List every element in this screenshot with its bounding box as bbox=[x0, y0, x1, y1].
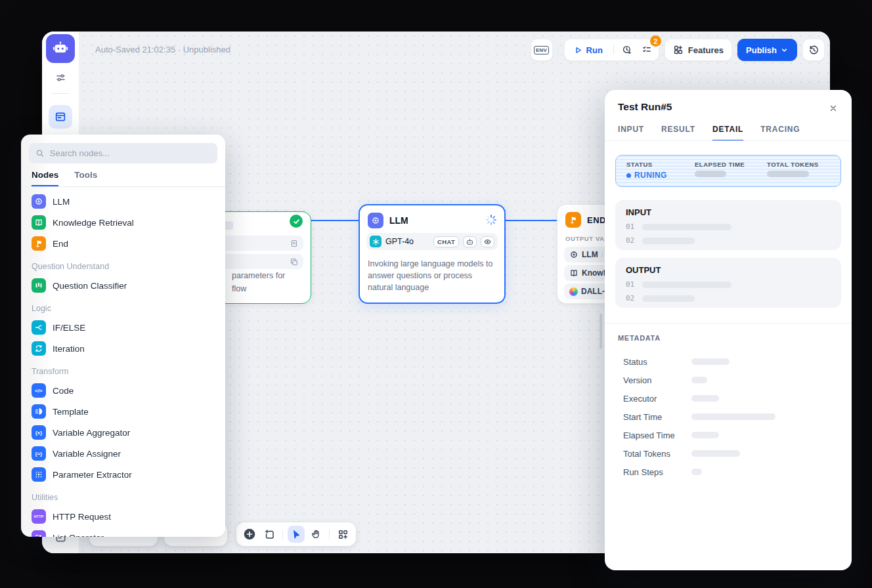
env-button[interactable]: ENV bbox=[531, 39, 553, 61]
node-item-label: Variable Assigner bbox=[53, 449, 121, 459]
variable-label: LLM bbox=[582, 250, 598, 259]
tab-tracing[interactable]: TRACING bbox=[760, 125, 800, 141]
start-node-description-line: parameters for bbox=[232, 271, 285, 280]
app-logo-robot-icon[interactable] bbox=[46, 34, 75, 63]
skeleton-bar bbox=[691, 469, 702, 475]
canvas-scrollbar[interactable] bbox=[600, 314, 602, 349]
node-item-http-request[interactable]: HTTPHTTP Request bbox=[26, 506, 220, 527]
node-item-label: Knowledge Retrieval bbox=[53, 218, 134, 228]
publish-button[interactable]: Publish bbox=[737, 39, 797, 61]
node-picker-panel: NodesTools LLMKnowledge RetrievalEndQues… bbox=[21, 135, 225, 537]
skeleton-bar bbox=[642, 295, 695, 302]
node-item-end[interactable]: End bbox=[26, 233, 220, 254]
node-item-variable-assigner[interactable]: {=}Variable Assigner bbox=[26, 443, 220, 464]
node-item-question-classifier[interactable]: Question Classifier bbox=[26, 275, 220, 296]
row-number: 01 bbox=[626, 280, 634, 289]
organize-nodes-button[interactable] bbox=[334, 526, 351, 543]
llm-icon bbox=[368, 213, 383, 228]
metadata-label: Total Tokens bbox=[623, 449, 689, 459]
canvas-toolbar bbox=[236, 522, 356, 546]
cursor-icon bbox=[291, 529, 301, 539]
metadata-label: Executor bbox=[623, 394, 689, 404]
dalle-icon bbox=[569, 287, 578, 296]
node-item-if-else[interactable]: IF/ELSE bbox=[26, 317, 220, 338]
running-dot-icon bbox=[626, 173, 631, 178]
status-card: STATUS RUNING ELAPSED TIME TOTAL TOKENS bbox=[615, 155, 841, 187]
test-run-panel: Test Run#5 INPUT RESULT DETAIL TRACING S… bbox=[605, 90, 852, 570]
end-icon bbox=[32, 236, 46, 251]
node-item-code[interactable]: </>Code bbox=[26, 380, 220, 401]
node-item-label: Parameter Extractor bbox=[53, 470, 132, 480]
features-button[interactable]: Features bbox=[665, 39, 732, 61]
node-item-variable-aggregator[interactable]: {x}Variable Aggregator bbox=[26, 422, 220, 443]
metadata-row: Version bbox=[623, 371, 841, 389]
autosave-status: Auto-Saved 21:02:35 · Unpublished bbox=[95, 45, 230, 54]
node-item-label: Template bbox=[53, 407, 89, 417]
run-button[interactable]: Run bbox=[567, 39, 609, 60]
add-node-button[interactable] bbox=[241, 526, 258, 543]
workflow-window-icon[interactable] bbox=[49, 105, 72, 129]
success-check-icon bbox=[290, 215, 303, 228]
node-panel-tab-nodes[interactable]: Nodes bbox=[32, 170, 58, 186]
row-number: 02 bbox=[626, 294, 634, 303]
node-item-template[interactable]: Template bbox=[26, 401, 220, 422]
section-divider bbox=[605, 323, 852, 324]
metadata-row: Elapsed Time bbox=[623, 426, 841, 444]
node-item-label: HTTP Request bbox=[53, 512, 111, 522]
llm-node[interactable]: LLM GPT-4o CHAT Invoking large language … bbox=[359, 204, 506, 304]
chevron-down-icon bbox=[780, 46, 789, 54]
skeleton-bar bbox=[691, 377, 707, 383]
node-item-label: Code bbox=[53, 386, 74, 396]
row-number: 01 bbox=[626, 222, 634, 231]
doc-icon bbox=[290, 239, 299, 248]
io-row: 02 bbox=[626, 236, 831, 245]
knowledge-retrieval-icon bbox=[32, 215, 46, 230]
skeleton-bar bbox=[691, 432, 719, 438]
search-input[interactable] bbox=[50, 148, 211, 158]
close-icon[interactable] bbox=[827, 102, 840, 115]
node-group-label: Question Understand bbox=[26, 254, 220, 275]
vision-eye-icon bbox=[481, 236, 494, 247]
http-request-icon: HTTP bbox=[32, 509, 46, 524]
node-panel-tab-tools[interactable]: Tools bbox=[74, 170, 97, 186]
metadata-title: METADATA bbox=[618, 334, 661, 342]
node-item-list-operator[interactable]: List Operator bbox=[26, 527, 220, 537]
rail-divider bbox=[51, 93, 70, 94]
knowledge-retrieval-icon bbox=[569, 268, 578, 278]
model-selector[interactable]: GPT-4o CHAT bbox=[366, 233, 498, 250]
skeleton-bar bbox=[691, 395, 719, 402]
node-item-llm[interactable]: LLM bbox=[26, 191, 220, 212]
node-item-label: Variable Aggregator bbox=[53, 428, 130, 438]
metadata-row: Run Steps bbox=[623, 463, 841, 481]
note-plus-icon bbox=[264, 529, 275, 540]
version-history-button[interactable] bbox=[802, 39, 825, 61]
node-item-iteration[interactable]: Iteration bbox=[26, 338, 220, 359]
edge-start-to-llm bbox=[311, 220, 359, 221]
output-title: OUTPUT bbox=[626, 265, 831, 275]
run-button-group: Run 2 bbox=[564, 39, 659, 61]
iteration-icon bbox=[32, 341, 46, 356]
node-search-box[interactable] bbox=[29, 143, 217, 163]
node-item-label: End bbox=[53, 239, 68, 249]
tab-input[interactable]: INPUT bbox=[618, 125, 644, 141]
search-icon bbox=[35, 148, 45, 158]
metadata-row: Executor bbox=[623, 389, 841, 408]
elapsed-time-label: ELAPSED TIME bbox=[695, 161, 767, 168]
checklist-icon[interactable]: 2 bbox=[638, 41, 656, 58]
node-item-label: IF/ELSE bbox=[53, 323, 85, 333]
node-item-label: Iteration bbox=[53, 344, 85, 354]
tab-result[interactable]: RESULT bbox=[661, 125, 695, 141]
settings-sliders-icon[interactable] bbox=[49, 66, 72, 89]
tab-detail[interactable]: DETAIL bbox=[712, 125, 743, 141]
node-item-knowledge-retrieval[interactable]: Knowledge Retrieval bbox=[26, 212, 220, 233]
node-list: LLMKnowledge RetrievalEndQuestion Unders… bbox=[21, 187, 225, 537]
pointer-tool-button[interactable] bbox=[288, 526, 305, 543]
hand-tool-button[interactable] bbox=[307, 526, 324, 543]
add-note-button[interactable] bbox=[261, 526, 278, 543]
end-node-title: END bbox=[587, 215, 606, 225]
variable-aggregator-icon: {x} bbox=[32, 425, 46, 440]
node-item-parameter-extractor[interactable]: Parameter Extractor bbox=[26, 464, 220, 485]
code-icon: </> bbox=[32, 383, 46, 398]
io-row: 02 bbox=[626, 294, 831, 303]
run-history-clock-icon[interactable] bbox=[618, 41, 636, 58]
